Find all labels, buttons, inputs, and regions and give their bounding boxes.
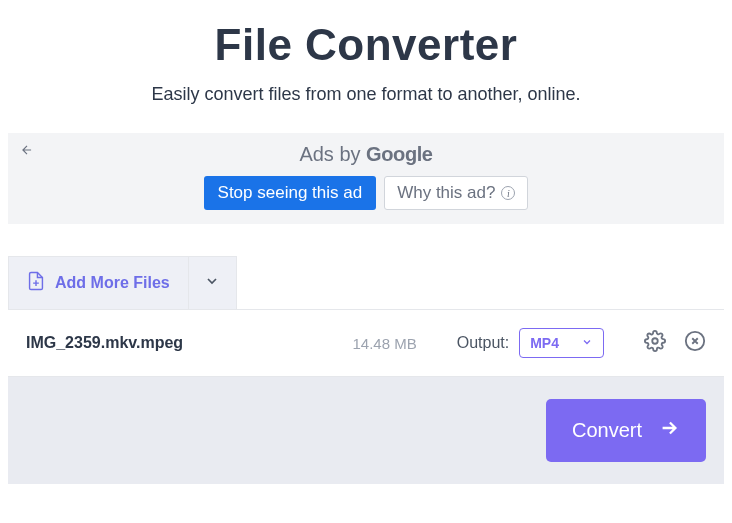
- ads-by-prefix: Ads by: [299, 143, 366, 165]
- add-file-icon: [27, 271, 45, 295]
- svg-point-0: [652, 338, 658, 344]
- convert-label: Convert: [572, 419, 642, 442]
- footer: Convert: [8, 377, 724, 484]
- gear-icon: [644, 330, 666, 356]
- arrow-right-icon: [658, 417, 680, 444]
- add-more-files-label: Add More Files: [55, 274, 170, 292]
- convert-button[interactable]: Convert: [546, 399, 706, 462]
- add-more-dropdown-button[interactable]: [189, 256, 237, 309]
- close-icon: [684, 330, 706, 356]
- google-word: Google: [366, 143, 433, 165]
- page-subtitle: Easily convert files from one format to …: [8, 84, 724, 105]
- output-format-value: MP4: [530, 335, 559, 351]
- chevron-down-icon: [204, 273, 220, 293]
- info-icon: i: [501, 186, 515, 200]
- chevron-down-icon: [581, 335, 593, 351]
- output-label: Output:: [457, 334, 509, 352]
- ads-by-text: Ads by Google: [20, 143, 712, 166]
- file-name: IMG_2359.mkv.mpeg: [26, 334, 353, 352]
- file-size: 14.48 MB: [353, 335, 417, 352]
- why-this-ad-button[interactable]: Why this ad? i: [384, 176, 528, 210]
- add-more-files-button[interactable]: Add More Files: [8, 256, 189, 309]
- toolbar: Add More Files: [8, 256, 724, 310]
- settings-button[interactable]: [644, 330, 666, 356]
- page-title: File Converter: [8, 20, 724, 70]
- file-row: IMG_2359.mkv.mpeg 14.48 MB Output: MP4: [8, 310, 724, 377]
- ad-container: Ads by Google Stop seeing this ad Why th…: [8, 133, 724, 224]
- ad-back-arrow-icon[interactable]: [20, 143, 34, 160]
- stop-seeing-ad-button[interactable]: Stop seeing this ad: [204, 176, 377, 210]
- remove-file-button[interactable]: [684, 330, 706, 356]
- output-format-select[interactable]: MP4: [519, 328, 604, 358]
- why-this-ad-label: Why this ad?: [397, 183, 495, 203]
